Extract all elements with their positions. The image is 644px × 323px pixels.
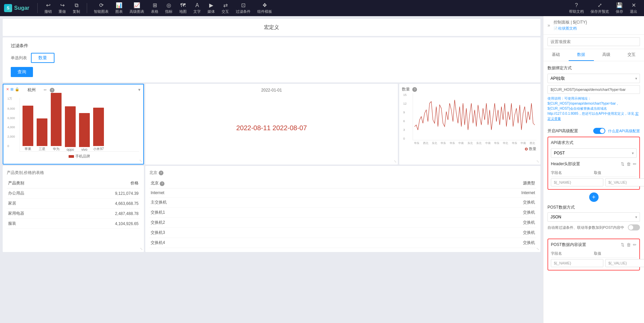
save-button[interactable]: 💾 保存 [613,1,626,15]
header-config-label: Header头部设置 ⇅ 🗑 ✏ [551,161,637,167]
product-name-4: 服装 [7,219,62,229]
api-method-select[interactable]: POST GET [551,148,637,158]
data-binding-section: 数据绑定方式 API拉取 使用说明：可使用示例地址：${CUR_HOST}/op… [543,61,644,125]
media-button[interactable]: ▶ 媒体 [205,1,218,15]
bar-samsung-bar[interactable] [37,118,47,146]
bar-xiaomi-bar[interactable] [93,108,104,146]
help-button[interactable]: ? 帮助文档 [566,1,586,15]
beijing-resize[interactable]: ⤡ [536,247,539,251]
bar-apple: 苹果 [23,106,33,151]
add-header-button[interactable]: + [589,192,599,202]
products-table-widget[interactable]: 产品类别,价格的表格 产品类别 价格 办公用品 9,121,074.39 [3,166,144,252]
header-field-name-input[interactable] [551,178,603,186]
header-config-edit-icon[interactable]: ✏ [633,162,637,167]
exit-button[interactable]: ✕ 退出 [627,1,640,15]
smart-chart-button[interactable]: ⟳ 智能图表 [91,1,111,15]
advanced-chart-button[interactable]: 📈 高级图表 [127,1,147,15]
post-method-select[interactable]: JSON [547,212,640,222]
sparkline-resize[interactable]: ⤡ [536,159,539,163]
table-row: 交换机1 交换机 [149,208,536,218]
beijing-info-icon[interactable]: ? [159,171,163,175]
filter-button[interactable]: ⊡ 过滤条件 [233,1,253,15]
media-icon: ▶ [209,2,213,8]
advanced-api-toggle[interactable] [593,128,605,134]
header-config-up-icon[interactable]: ⇅ [621,162,624,167]
table-row: 交换机4 交换机 [149,238,536,248]
header-config-delete-icon[interactable]: 🗑 [627,162,631,167]
sparkline-widget[interactable]: 数量 ? 15 12 9 6 3 0 [399,84,540,165]
advanced-chart-icon: 📈 [134,2,140,8]
bar-oppo-bar[interactable] [65,106,76,147]
exit-icon: ✕ [632,2,636,8]
filter-query-button[interactable]: 查询 [11,67,33,77]
bar-chart-widget[interactable]: ✕ ⊞ 🔒 杭州 ✏ ? ▾ 1万 8,000 6,000 4,000 2,00… [3,84,144,165]
bar-apple-bar[interactable] [23,106,33,146]
template-button[interactable]: ❖ 组件模板 [255,1,275,15]
post-field-value-input[interactable] [605,259,644,267]
post-content-delete-icon[interactable]: 🗑 [627,242,631,247]
lock-icon[interactable]: 🔒 [15,87,20,92]
post-field-name-input[interactable] [551,259,603,267]
tab-basic[interactable]: 基础 [543,49,569,61]
sparkline-title-text: 数量 [402,87,410,92]
chart-button[interactable]: 📊 图表 [113,1,125,15]
filter-icon: ⊡ [241,2,245,8]
advanced-api-what-link[interactable]: 什么是API高级配置 [608,129,640,134]
widget-dropdown-arrow[interactable]: ▾ [138,87,141,92]
tab-advanced[interactable]: 高级 [594,49,619,61]
copy-label: 复制 [73,9,80,14]
api-method-section: API请求方式 POST GET Header头部设置 ⇅ 🗑 ✏ [547,137,640,190]
product-price-4: 4,104,926.65 [62,219,140,229]
bar-vivo-bar[interactable] [79,113,90,147]
save-preview-button[interactable]: ⤢ 保存并预览 [588,1,612,15]
table-button[interactable]: ⊞ 表格 [148,1,161,15]
panel-search-input[interactable] [547,37,640,46]
text-button[interactable]: A 文字 [191,1,203,15]
filter-select-button[interactable]: 数量 [31,53,54,63]
doc-link-text[interactable]: 柱状图文档 [558,26,577,31]
post-content-edit-icon[interactable]: ✏ [633,242,637,247]
beijing-table-widget[interactable]: 北京 ? 北京 ? 源类型 Internet Internet [145,166,540,252]
logo-icon: S [4,4,12,12]
line-date-widget[interactable]: 2022-01-01 2022-08-11 2022-08-07 ⤡ [145,84,398,165]
chart-label: 图表 [115,9,123,14]
products-table-resize[interactable]: ⤡ [140,247,143,251]
post-content-up-icon[interactable]: ⇅ [621,242,624,247]
beijing-type-2: 交换机 [356,198,536,208]
panel-collapse-button[interactable]: » [547,23,550,28]
map-button[interactable]: 🗺 地图 [177,1,189,15]
info-icon[interactable]: ? [50,88,54,93]
api-url-input[interactable] [547,85,640,94]
advanced-chart-label: 高级图表 [129,9,144,14]
copy-button[interactable]: ⧉ 复制 [70,1,83,15]
bar-chart-legend: 手机品牌 [20,154,139,159]
data-binding-select[interactable]: API拉取 [547,74,640,83]
undo-icon: ↩ [46,2,50,8]
widget-resize-handle[interactable]: ⤡ [139,159,142,163]
line-date-title-text: 2022-01-01 [261,88,282,93]
beijing-col-info[interactable]: ? [160,181,164,186]
panel-doc-link[interactable]: 📄 柱状图文档 [554,26,587,31]
resize-icon[interactable]: ⊞ [10,87,13,92]
edit-icon[interactable]: ✏ [44,88,47,92]
indicator-button[interactable]: ◎ 指标 [162,1,175,15]
interact-button[interactable]: ⇄ 交互 [219,1,232,15]
beijing-item-1: Internet [149,188,356,198]
tab-data[interactable]: 数据 [569,49,594,61]
beijing-item-3: 交换机1 [149,208,356,218]
sparkline-info-icon[interactable]: ? [412,87,417,92]
canvas-area[interactable]: 宏定义 过滤条件 单选列表 数量 查询 ✕ ⊞ 🔒 杭州 ✏ ? [0,16,543,323]
tab-interact[interactable]: 交互 [619,49,644,61]
bar-oppo: oppo [65,106,76,151]
header-field-value-input[interactable] [605,178,644,186]
widget-resize-2[interactable]: ⤡ [394,159,396,163]
redo-button[interactable]: ↪ 重做 [56,1,69,15]
auto-filter-toggle[interactable] [628,224,640,230]
product-price-1: 9,121,074.39 [62,188,140,199]
filter-select-label: 单选列表 [11,55,27,61]
bar-huawei-bar[interactable] [51,93,62,146]
undo-button[interactable]: ↩ 撤销 [42,1,54,15]
toolbar-widget-group: ⟳ 智能图表 📊 图表 📈 高级图表 ⊞ 表格 ◎ 指标 🗺 地图 A 文字 ▶ [91,1,275,15]
close-icon[interactable]: ✕ [6,87,9,92]
product-name-2: 家居 [7,199,62,209]
